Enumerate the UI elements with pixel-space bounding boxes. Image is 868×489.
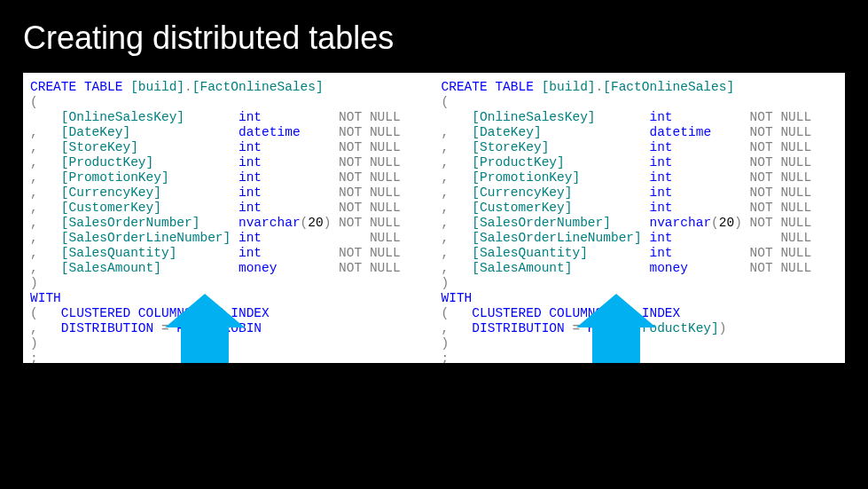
slide: Creating distributed tables CREATE TABLE… xyxy=(0,0,868,489)
svg-marker-1 xyxy=(576,294,656,363)
slide-title: Creating distributed tables xyxy=(23,20,845,57)
arrow-right-icon xyxy=(576,294,656,363)
svg-marker-0 xyxy=(165,294,245,363)
code-panel: CREATE TABLE [build].[FactOnlineSales] (… xyxy=(23,73,845,363)
arrow-left-icon xyxy=(165,294,245,363)
